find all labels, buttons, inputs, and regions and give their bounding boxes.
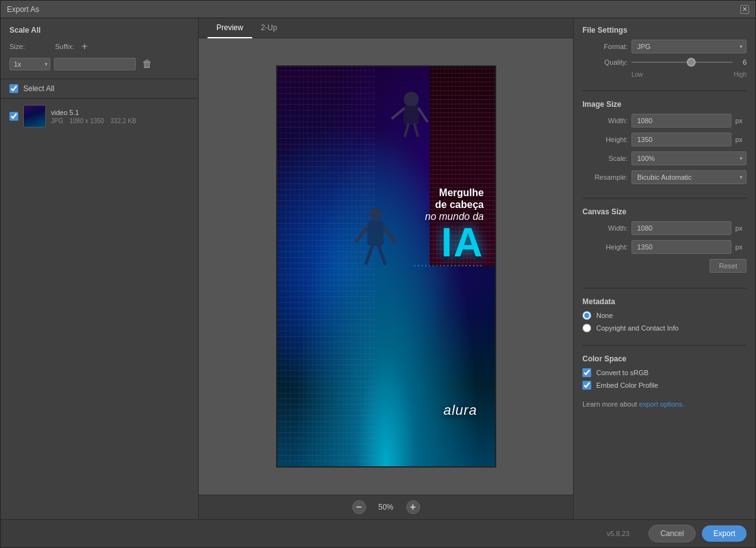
file-settings-section: File Settings Format: JPG PNG GIF SVG We… bbox=[582, 26, 747, 82]
metadata-copyright-label: Copyright and Contact Info bbox=[596, 324, 679, 332]
quality-value: 6 bbox=[737, 58, 747, 66]
metadata-copyright-radio[interactable] bbox=[582, 324, 591, 332]
scale-select-wrapper-right: 100% 25% 50% 75% 200% bbox=[631, 151, 747, 165]
embed-profile-row: Embed Color Profile bbox=[582, 381, 747, 390]
file-info: video 5.1 JPG 1080 x 1350 332.2 KB bbox=[51, 109, 189, 124]
divider-3 bbox=[582, 288, 747, 288]
file-size: 332.2 KB bbox=[111, 118, 136, 124]
resample-select-wrapper: Bicubic Automatic Bicubic Bilinear Neare… bbox=[631, 170, 747, 184]
cancel-button[interactable]: Cancel bbox=[648, 525, 696, 542]
export-button[interactable]: Export bbox=[702, 525, 747, 542]
scale-all-title: Scale All bbox=[9, 26, 189, 35]
image-width-input[interactable] bbox=[631, 114, 731, 128]
resample-select[interactable]: Bicubic Automatic Bicubic Bilinear Neare… bbox=[631, 170, 747, 184]
scale-label: Scale: bbox=[582, 155, 628, 162]
delete-scale-button[interactable]: 🗑 bbox=[140, 57, 155, 71]
format-row: Format: JPG PNG GIF SVG WebP bbox=[582, 40, 747, 53]
resample-row: Resample: Bicubic Automatic Bicubic Bili… bbox=[582, 170, 747, 184]
svg-point-0 bbox=[404, 92, 419, 107]
svg-line-4 bbox=[405, 124, 408, 136]
svg-line-2 bbox=[392, 109, 404, 118]
canvas-size-section: Canvas Size Width: px Height: px Reset bbox=[582, 207, 747, 279]
format-select[interactable]: JPG PNG GIF SVG WebP bbox=[631, 40, 747, 53]
canvas-height-row: Height: px bbox=[582, 240, 747, 254]
canvas-width-input[interactable] bbox=[631, 221, 731, 235]
canvas-size-title: Canvas Size bbox=[582, 207, 747, 216]
canvas-width-label: Width: bbox=[582, 224, 628, 232]
figure-top bbox=[386, 87, 436, 137]
color-space-title: Color Space bbox=[582, 354, 747, 363]
embed-profile-label: Embed Color Profile bbox=[596, 381, 658, 389]
file-type: JPG bbox=[51, 118, 63, 124]
close-button[interactable]: ✕ bbox=[740, 5, 749, 14]
file-thumbnail bbox=[23, 105, 46, 128]
image-width-label: Width: bbox=[582, 117, 628, 124]
bottom-bar: v5.8.23 Cancel Export bbox=[1, 519, 755, 547]
suffix-input[interactable] bbox=[54, 58, 136, 70]
metadata-none-label: None bbox=[596, 312, 613, 319]
preview-tabs: Preview 2-Up bbox=[199, 18, 573, 38]
title-bar: Export As ✕ bbox=[1, 1, 755, 18]
export-options-link[interactable]: export options. bbox=[639, 400, 684, 408]
image-width-row: Width: px bbox=[582, 114, 747, 128]
scale-select-wrapper: 1x 0.5x 1.5x 2x 3x bbox=[9, 58, 50, 70]
svg-rect-1 bbox=[404, 106, 419, 124]
tab-preview[interactable]: Preview bbox=[208, 18, 252, 38]
preview-area: Mergulhe de cabeça no mundo da IA ▪▪▪▪▪▪… bbox=[199, 38, 573, 495]
image-height-input[interactable] bbox=[631, 133, 731, 146]
select-all-checkbox[interactable] bbox=[9, 84, 18, 93]
reset-button[interactable]: Reset bbox=[709, 259, 747, 273]
resample-label: Resample: bbox=[582, 173, 628, 181]
quality-slider[interactable] bbox=[631, 62, 733, 63]
image-height-unit: px bbox=[735, 136, 747, 143]
quality-labels: Low High bbox=[582, 71, 747, 78]
metadata-none-row: None bbox=[582, 311, 747, 320]
svg-line-5 bbox=[414, 124, 418, 136]
embed-profile-checkbox[interactable] bbox=[582, 381, 591, 390]
scale-inputs-row: 1x 0.5x 1.5x 2x 3x 🗑 bbox=[9, 57, 189, 71]
file-settings-title: File Settings bbox=[582, 26, 747, 35]
divider-2 bbox=[582, 198, 747, 199]
file-list: video 5.1 JPG 1080 x 1350 332.2 KB bbox=[1, 99, 198, 519]
dialog-title: Export As bbox=[7, 5, 39, 14]
size-label: Size: bbox=[9, 43, 25, 50]
learn-more-text: Learn more about export options. bbox=[582, 400, 747, 409]
metadata-section: Metadata None Copyright and Contact Info bbox=[582, 297, 747, 336]
image-size-title: Image Size bbox=[582, 100, 747, 109]
quality-slider-container: 6 bbox=[631, 58, 747, 66]
scale-select-right[interactable]: 100% 25% 50% 75% 200% bbox=[631, 151, 747, 165]
list-item[interactable]: video 5.1 JPG 1080 x 1350 332.2 KB bbox=[1, 101, 198, 131]
preview-controls: − 50% + bbox=[199, 495, 573, 519]
add-scale-button[interactable]: + bbox=[79, 40, 90, 53]
canvas-width-unit: px bbox=[735, 224, 747, 232]
thumbnail-image bbox=[24, 106, 45, 127]
scale-select[interactable]: 1x 0.5x 1.5x 2x 3x bbox=[9, 58, 50, 70]
preview-logo: alura bbox=[443, 402, 477, 419]
convert-srgb-checkbox[interactable] bbox=[582, 368, 591, 377]
metadata-copyright-row: Copyright and Contact Info bbox=[582, 324, 747, 332]
canvas-height-input[interactable] bbox=[631, 240, 731, 254]
zoom-out-button[interactable]: − bbox=[352, 500, 366, 514]
zoom-in-button[interactable]: + bbox=[406, 500, 420, 514]
version-text: v5.8.23 bbox=[9, 530, 630, 537]
canvas-width-row: Width: px bbox=[582, 221, 747, 235]
preview-image: Mergulhe de cabeça no mundo da IA ▪▪▪▪▪▪… bbox=[277, 67, 495, 466]
scale-section: Scale All Size: Suffix: + 1x 0.5x 1.5x 2… bbox=[1, 18, 198, 79]
scale-row: Scale: 100% 25% 50% 75% 200% bbox=[582, 151, 747, 165]
select-all-label: Select All bbox=[23, 84, 54, 93]
preview-text-line1: Mergulhe de cabeça no mundo da bbox=[364, 187, 484, 223]
metadata-title: Metadata bbox=[582, 297, 747, 306]
select-all-row: Select All bbox=[1, 79, 198, 99]
preview-text-ia: IA bbox=[364, 222, 484, 263]
canvas-height-unit: px bbox=[735, 243, 747, 251]
zoom-value: 50% bbox=[375, 503, 397, 512]
tab-2up[interactable]: 2-Up bbox=[252, 18, 286, 38]
quality-row: Quality: 6 bbox=[582, 58, 747, 66]
image-height-row: Height: px bbox=[582, 133, 747, 146]
format-select-wrapper: JPG PNG GIF SVG WebP bbox=[631, 40, 747, 53]
image-height-label: Height: bbox=[582, 136, 628, 143]
center-panel: Preview 2-Up bbox=[199, 18, 573, 519]
convert-srgb-label: Convert to sRGB bbox=[596, 369, 648, 376]
file-checkbox[interactable] bbox=[9, 112, 18, 121]
metadata-none-radio[interactable] bbox=[582, 311, 591, 320]
